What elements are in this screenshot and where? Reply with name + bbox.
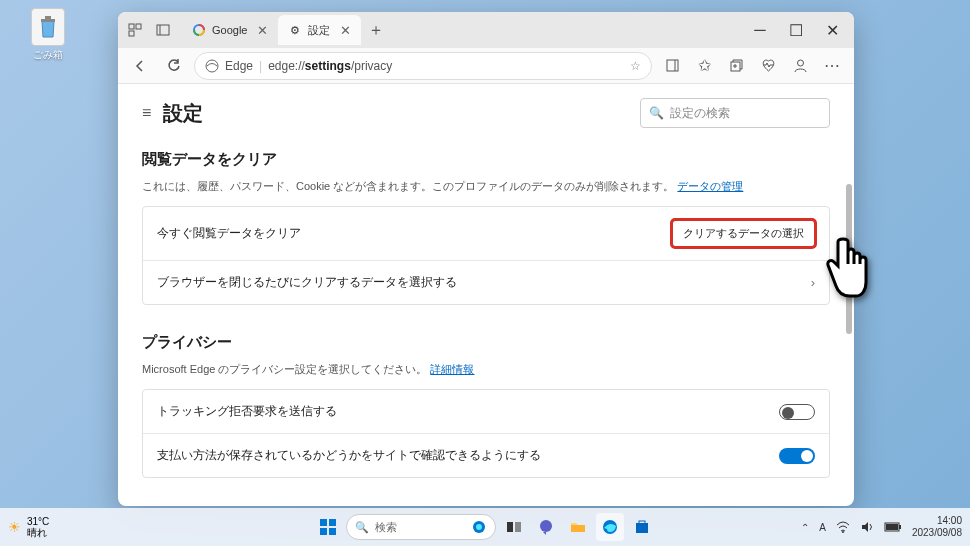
row-label: 支払い方法が保存されているかどうかをサイトで確認できるようにする	[157, 447, 541, 464]
tray-chevron-icon[interactable]: ⌃	[801, 522, 809, 533]
search-placeholder: 検索	[375, 520, 397, 535]
address-bar: Edge | edge://settings/privacy ☆ ✩ ⋯	[118, 48, 854, 84]
settings-search-input[interactable]: 🔍 設定の検索	[640, 98, 830, 128]
svg-rect-31	[886, 524, 898, 530]
payment-check-row: 支払い方法が保存されているかどうかをサイトで確認できるようにする	[143, 433, 829, 477]
volume-icon[interactable]	[860, 520, 874, 534]
do-not-track-toggle[interactable]	[779, 404, 815, 420]
taskbar-search-input[interactable]: 🔍 検索	[346, 514, 496, 540]
tab-strip: Google ✕ ⚙ 設定 ✕ ＋	[182, 15, 740, 45]
recycle-bin-label: ごみ箱	[28, 48, 68, 62]
close-icon[interactable]: ✕	[257, 23, 268, 38]
store-button[interactable]	[628, 513, 656, 541]
close-icon[interactable]: ✕	[340, 23, 351, 38]
svg-point-8	[206, 60, 218, 72]
payment-check-toggle[interactable]	[779, 448, 815, 464]
choose-clear-data-button[interactable]: クリアするデータの選択	[672, 220, 815, 247]
svg-rect-4	[129, 31, 134, 36]
tab-label: 設定	[308, 23, 330, 38]
svg-rect-22	[515, 522, 521, 532]
search-icon: 🔍	[355, 521, 369, 534]
date: 2023/09/08	[912, 527, 962, 539]
desktop-recycle-bin[interactable]: ごみ箱	[28, 8, 68, 62]
window-controls: ─ ☐ ✕	[742, 12, 850, 48]
svg-rect-16	[329, 519, 336, 526]
svg-rect-9	[667, 60, 678, 71]
favorites-icon[interactable]: ✩	[690, 52, 718, 80]
start-button[interactable]	[314, 513, 342, 541]
svg-rect-21	[507, 522, 513, 532]
copilot-icon	[471, 519, 487, 535]
recycle-bin-icon	[31, 8, 65, 46]
settings-page: ≡ 設定 🔍 設定の検索 閲覧データをクリア これには、履歴、パスワード、Coo…	[118, 84, 854, 506]
svg-rect-5	[157, 25, 169, 35]
svg-point-28	[842, 531, 844, 533]
health-icon[interactable]	[754, 52, 782, 80]
back-button[interactable]	[126, 52, 154, 80]
svg-point-20	[476, 524, 482, 530]
tab-label: Google	[212, 24, 247, 36]
privacy-learn-more-link[interactable]: 詳細情報	[430, 363, 474, 375]
url-prefix: Edge	[225, 59, 253, 73]
explorer-button[interactable]	[564, 513, 592, 541]
svg-rect-3	[136, 24, 141, 29]
browser-window: Google ✕ ⚙ 設定 ✕ ＋ ─ ☐ ✕ Edge | edge://se…	[118, 12, 854, 506]
weather-cond: 晴れ	[27, 527, 49, 538]
omnibox[interactable]: Edge | edge://settings/privacy ☆	[194, 52, 652, 80]
taskbar-clock[interactable]: 14:00 2023/09/08	[912, 515, 962, 539]
svg-rect-27	[639, 521, 645, 524]
clear-now-row: 今すぐ閲覧データをクリア クリアするデータの選択	[143, 207, 829, 260]
section-desc: Microsoft Edge のプライバシー設定を選択してください。 詳細情報	[142, 362, 830, 377]
svg-point-23	[540, 520, 552, 532]
time: 14:00	[912, 515, 962, 527]
refresh-button[interactable]	[160, 52, 188, 80]
svg-rect-15	[320, 519, 327, 526]
clear-on-close-row[interactable]: ブラウザーを閉じるたびにクリアするデータを選択する ›	[143, 260, 829, 304]
close-window-button[interactable]: ✕	[814, 12, 850, 48]
ime-indicator[interactable]: A	[819, 522, 826, 533]
edge-button[interactable]	[596, 513, 624, 541]
star-icon[interactable]: ☆	[630, 59, 641, 73]
scrollbar[interactable]	[846, 184, 852, 334]
collections-icon[interactable]	[722, 52, 750, 80]
manage-data-link[interactable]: データの管理	[677, 180, 743, 192]
svg-rect-17	[320, 528, 327, 535]
taskbar-weather[interactable]: ☀ 31°C 晴れ	[8, 516, 49, 538]
row-label: トラッキング拒否要求を送信する	[157, 403, 337, 420]
svg-rect-2	[129, 24, 134, 29]
edge-icon	[205, 59, 219, 73]
hamburger-icon[interactable]: ≡	[142, 104, 151, 122]
sidebar-icon[interactable]	[658, 52, 686, 80]
svg-rect-1	[45, 16, 51, 19]
minimize-button[interactable]: ─	[742, 12, 778, 48]
tab-settings[interactable]: ⚙ 設定 ✕	[278, 15, 361, 45]
maximize-button[interactable]: ☐	[778, 12, 814, 48]
search-icon: 🔍	[649, 106, 664, 120]
battery-icon[interactable]	[884, 521, 902, 533]
chat-button[interactable]	[532, 513, 560, 541]
workspaces-icon[interactable]	[122, 17, 148, 43]
gear-icon: ⚙	[288, 23, 302, 37]
titlebar: Google ✕ ⚙ 設定 ✕ ＋ ─ ☐ ✕	[118, 12, 854, 48]
wifi-icon[interactable]	[836, 520, 850, 534]
taskbar: ☀ 31°C 晴れ 🔍 検索 ⌃ A 14:00 2023/09/08	[0, 508, 970, 546]
do-not-track-row: トラッキング拒否要求を送信する	[143, 390, 829, 433]
row-label: ブラウザーを閉じるたびにクリアするデータを選択する	[157, 274, 457, 291]
svg-rect-30	[899, 525, 901, 529]
svg-rect-24	[571, 525, 585, 532]
section-title: プライバシー	[142, 333, 830, 352]
tab-actions-icon[interactable]	[150, 17, 176, 43]
task-view-button[interactable]	[500, 513, 528, 541]
google-favicon-icon	[192, 23, 206, 37]
page-title: 設定	[163, 100, 203, 127]
weather-temp: 31°C	[27, 516, 49, 527]
new-tab-button[interactable]: ＋	[365, 19, 387, 41]
url-text: edge://settings/privacy	[268, 59, 624, 73]
profile-icon[interactable]	[786, 52, 814, 80]
more-icon[interactable]: ⋯	[818, 52, 846, 80]
clear-data-section: 閲覧データをクリア これには、履歴、パスワード、Cookie などが含まれます。…	[142, 150, 830, 305]
svg-rect-18	[329, 528, 336, 535]
tab-google[interactable]: Google ✕	[182, 15, 278, 45]
privacy-section: プライバシー Microsoft Edge のプライバシー設定を選択してください…	[142, 333, 830, 478]
svg-point-14	[797, 60, 803, 66]
